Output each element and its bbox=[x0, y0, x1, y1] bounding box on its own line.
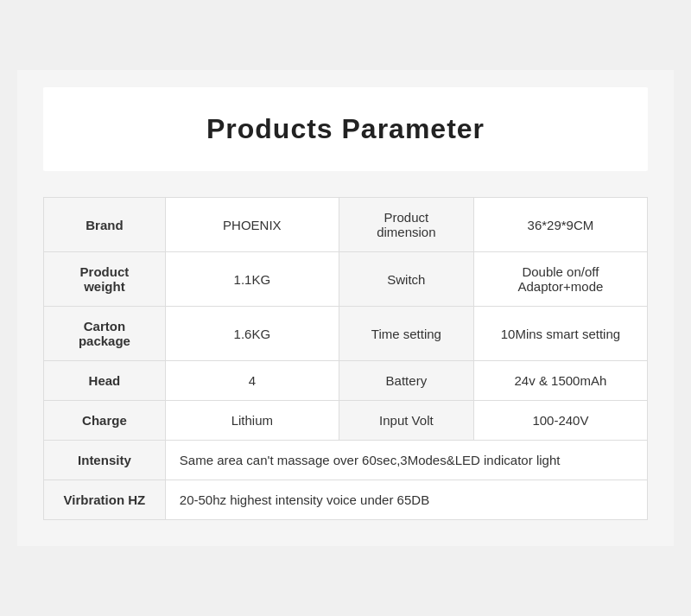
label-cell-1-2: Switch bbox=[339, 252, 473, 307]
table-row: BrandPHOENIXProduct dimension36*29*9CM bbox=[44, 198, 648, 252]
title-box: Products Parameter bbox=[43, 87, 648, 171]
label-cell-1-1: Product weight bbox=[44, 252, 166, 307]
wide-label-cell-1: Virbration HZ bbox=[44, 480, 166, 520]
wide-label-cell-0: Intensity bbox=[44, 441, 166, 480]
wide-table-row: Virbration HZ20-50hz highest intensity v… bbox=[44, 480, 648, 520]
value-cell-4-2: 100-240V bbox=[473, 401, 647, 441]
value-cell-4-1: Lithium bbox=[165, 401, 339, 441]
value-cell-0-2: 36*29*9CM bbox=[473, 198, 647, 252]
table-row: Head4Battery24v & 1500mAh bbox=[44, 361, 648, 401]
wide-value-cell-1: 20-50hz highest intensity voice under 65… bbox=[165, 480, 647, 520]
value-cell-3-1: 4 bbox=[165, 361, 339, 401]
label-cell-3-1: Head bbox=[44, 361, 166, 401]
label-cell-4-2: Input Volt bbox=[339, 401, 473, 441]
page-container: Products Parameter BrandPHOENIXProduct d… bbox=[17, 70, 674, 546]
table-row: ChargeLithiumInput Volt100-240V bbox=[44, 401, 648, 441]
value-cell-1-1: 1.1KG bbox=[165, 252, 339, 307]
label-cell-4-1: Charge bbox=[44, 401, 166, 441]
value-cell-2-1: 1.6KG bbox=[165, 307, 339, 361]
label-cell-0-1: Brand bbox=[44, 198, 166, 252]
value-cell-2-2: 10Mins smart setting bbox=[473, 307, 647, 361]
params-table: BrandPHOENIXProduct dimension36*29*9CMPr… bbox=[43, 197, 648, 520]
label-cell-0-2: Product dimension bbox=[339, 198, 473, 252]
value-cell-1-2: Double on/offAdaptor+mode bbox=[473, 252, 647, 307]
label-cell-3-2: Battery bbox=[339, 361, 473, 401]
label-cell-2-2: Time setting bbox=[339, 307, 473, 361]
table-row: Carton package1.6KGTime setting10Mins sm… bbox=[44, 307, 648, 361]
table-row: Product weight1.1KGSwitchDouble on/offAd… bbox=[44, 252, 648, 307]
wide-value-cell-0: Same area can't massage over 60sec,3Mode… bbox=[165, 441, 647, 480]
wide-table-row: IntensitySame area can't massage over 60… bbox=[44, 441, 648, 480]
page-title: Products Parameter bbox=[60, 113, 631, 145]
label-cell-2-1: Carton package bbox=[44, 307, 166, 361]
value-cell-3-2: 24v & 1500mAh bbox=[473, 361, 647, 401]
value-cell-0-1: PHOENIX bbox=[165, 198, 339, 252]
